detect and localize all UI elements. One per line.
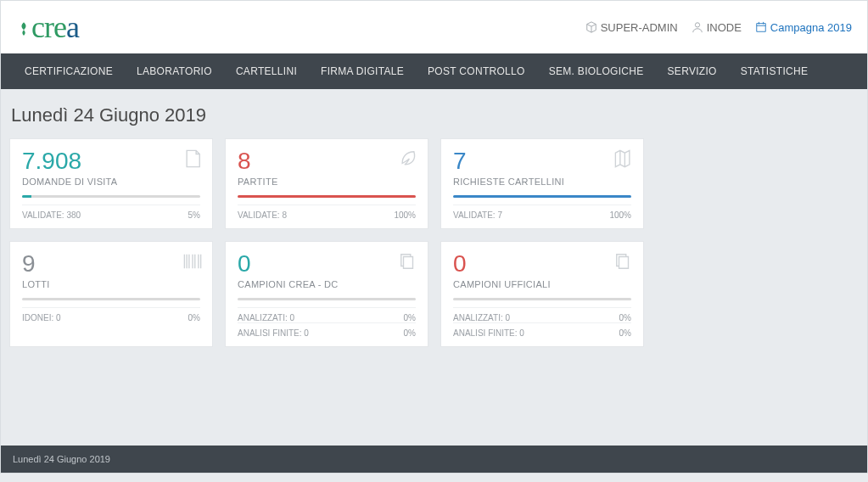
card-title: CAMPIONI UFFICIALI	[453, 279, 631, 289]
calendar-icon	[755, 21, 767, 33]
topbar: crea SUPER-ADMIN INODE Campagna 2019	[1, 1, 867, 53]
card-title: PARTITE	[238, 177, 416, 187]
card-value: 0	[453, 252, 631, 276]
main-nav: CERTIFICAZIONELABORATORIOCARTELLINIFIRMA…	[1, 53, 867, 89]
footer-date: Lunedì 24 Giugno 2019	[13, 454, 110, 464]
card-title: DOMANDE DI VISITA	[22, 177, 200, 187]
card-progress	[453, 195, 631, 198]
page-title: Lunedì 24 Giugno 2019	[11, 104, 857, 126]
document-icon	[183, 149, 202, 171]
barcode-icon	[183, 252, 202, 273]
copy-icon	[399, 252, 417, 273]
card-progress	[238, 195, 416, 198]
nav-statistiche[interactable]: STATISTICHE	[729, 53, 820, 89]
cube-icon	[585, 21, 597, 33]
card-title: LOTTI	[22, 279, 200, 289]
dashboard-cards: 7.908DOMANDE DI VISITAVALIDATE: 3805%8PA…	[9, 138, 859, 347]
card-stat-row: IDONEI: 00%	[22, 307, 200, 322]
user-indicator[interactable]: INODE	[692, 21, 742, 34]
card-lotti[interactable]: 9LOTTIIDONEI: 00%	[9, 241, 213, 347]
card-progress	[22, 298, 200, 300]
nav-servizio[interactable]: SERVIZIO	[656, 53, 729, 89]
nav-post-controllo[interactable]: POST CONTROLLO	[416, 53, 537, 89]
card-title: RICHIESTE CARTELLINI	[453, 177, 631, 187]
card-title: CAMPIONI CREA - DC	[238, 279, 416, 289]
card-partite[interactable]: 8PARTITEVALIDATE: 8100%	[225, 138, 428, 229]
nav-laboratorio[interactable]: LABORATORIO	[125, 53, 224, 89]
footer: Lunedì 24 Giugno 2019	[1, 446, 867, 473]
nav-sem-biologiche[interactable]: SEM. BIOLOGICHE	[537, 53, 656, 89]
card-progress	[22, 195, 200, 198]
nav-cartellini[interactable]: CARTELLINI	[224, 53, 309, 89]
card-value: 9	[22, 252, 200, 276]
card-stat-row: ANALIZZATI: 00%	[453, 307, 631, 322]
card-progress	[238, 298, 416, 300]
logo-mark-icon	[16, 17, 31, 41]
map-icon	[614, 149, 633, 171]
role-indicator: SUPER-ADMIN	[585, 21, 678, 34]
card-stat-row: ANALISI FINITE: 00%	[453, 322, 631, 338]
top-right-info: SUPER-ADMIN INODE Campagna 2019	[585, 21, 852, 34]
campaign-selector[interactable]: Campagna 2019	[755, 21, 852, 34]
card-progress	[453, 298, 631, 300]
card-value: 0	[238, 252, 416, 276]
copy-icon	[614, 252, 633, 273]
leaf-icon	[399, 149, 417, 171]
card-value: 7.908	[22, 149, 200, 173]
card-richieste-cartellini[interactable]: 7RICHIESTE CARTELLINIVALIDATE: 7100%	[440, 138, 644, 229]
nav-firma-digitale[interactable]: FIRMA DIGITALE	[309, 53, 416, 89]
card-stat-row: ANALISI FINITE: 00%	[238, 322, 416, 338]
user-icon	[692, 21, 703, 33]
card-campioni-ufficiali[interactable]: 0CAMPIONI UFFICIALIANALIZZATI: 00%ANALIS…	[440, 241, 644, 347]
logo[interactable]: crea	[16, 9, 79, 45]
card-stat-row: VALIDATE: 8100%	[238, 205, 416, 220]
card-stat-row: ANALIZZATI: 00%	[238, 307, 416, 322]
card-stat-row: VALIDATE: 3805%	[22, 205, 200, 220]
card-value: 7	[453, 149, 631, 173]
card-stat-row: VALIDATE: 7100%	[453, 205, 631, 220]
card-value: 8	[238, 149, 416, 173]
nav-certificazione[interactable]: CERTIFICAZIONE	[13, 53, 125, 89]
card-domande-visita[interactable]: 7.908DOMANDE DI VISITAVALIDATE: 3805%	[9, 138, 213, 229]
card-campioni-crea-dc[interactable]: 0CAMPIONI CREA - DCANALIZZATI: 00%ANALIS…	[225, 241, 428, 347]
